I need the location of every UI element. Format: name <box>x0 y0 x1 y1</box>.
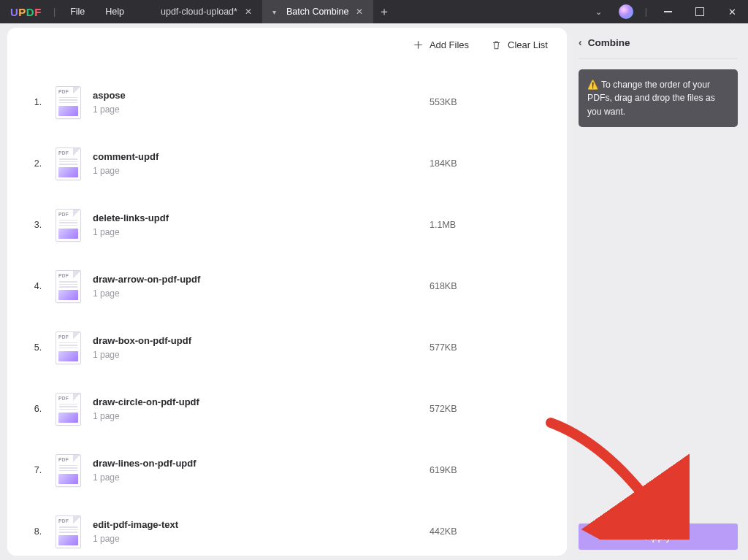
close-icon[interactable]: ✕ <box>245 7 252 16</box>
tab-updf-cloud-upload[interactable]: updf-cloud-upload* ✕ <box>150 0 262 23</box>
panel-header: ‹ Combine <box>579 37 738 48</box>
chevron-down-icon[interactable]: ▾ <box>272 8 276 16</box>
trash-icon <box>491 39 502 50</box>
file-row[interactable]: 4.PDFdraw-arrow-on-pdf-updf1 page618KB <box>20 256 554 317</box>
file-name: draw-arrow-on-pdf-updf <box>93 274 430 285</box>
clear-list-button[interactable]: Clear List <box>491 39 548 50</box>
file-name: draw-box-on-pdf-updf <box>93 335 430 346</box>
file-index: 4. <box>20 281 56 291</box>
pdf-thumbnail-icon: PDF <box>56 209 81 242</box>
file-row[interactable]: 2.PDFcomment-updf1 page184KB <box>20 133 554 194</box>
file-pages: 1 page <box>93 288 430 299</box>
file-name: aspose <box>93 90 430 101</box>
divider <box>579 58 738 59</box>
title-bar: UPDF | File Help updf-cloud-upload* ✕ ▾ … <box>0 0 748 23</box>
file-size: 553KB <box>430 97 554 107</box>
tab-label: updf-cloud-upload* <box>161 7 237 17</box>
file-pages: 1 page <box>93 472 430 483</box>
file-index: 8. <box>20 526 56 537</box>
file-meta: delete-links-updf1 page <box>93 212 430 237</box>
pdf-thumbnail-icon: PDF <box>56 147 81 180</box>
menu-file[interactable]: File <box>60 0 95 23</box>
new-tab-button[interactable]: ＋ <box>373 4 395 20</box>
file-size: 442KB <box>430 526 554 537</box>
panel-title: Combine <box>588 37 630 48</box>
pdf-thumbnail-icon: PDF <box>56 393 81 426</box>
menu-help[interactable]: Help <box>95 0 134 23</box>
file-row[interactable]: 5.PDFdraw-box-on-pdf-updf1 page577KB <box>20 317 554 378</box>
file-index: 1. <box>20 97 56 107</box>
workspace: Add Files Clear List 1.PDFaspose1 page55… <box>0 23 748 560</box>
file-meta: aspose1 page <box>93 90 430 115</box>
app-logo: UPDF <box>0 6 49 18</box>
file-meta: comment-updf1 page <box>93 151 430 176</box>
tab-strip: updf-cloud-upload* ✕ ▾ Batch Combine ✕ ＋ <box>150 0 587 23</box>
tabs-overflow-icon[interactable]: ⌄ <box>587 7 611 17</box>
file-pages: 1 page <box>93 350 430 360</box>
file-size: 1.1MB <box>430 220 554 230</box>
file-meta: edit-pdf-image-text1 page <box>93 519 430 544</box>
pdf-thumbnail-icon: PDF <box>56 515 81 548</box>
file-size: 572KB <box>430 404 554 414</box>
file-row[interactable]: 6.PDFdraw-circle-on-pdf-updf1 page572KB <box>20 378 554 440</box>
apply-button[interactable]: Apply <box>579 523 738 550</box>
file-name: comment-updf <box>93 151 430 162</box>
window-minimize-button[interactable] <box>652 0 684 23</box>
pdf-thumbnail-icon: PDF <box>56 86 81 119</box>
file-size: 577KB <box>430 342 554 353</box>
file-list: 1.PDFaspose1 page553KB2.PDFcomment-updf1… <box>20 72 554 556</box>
combine-side-panel: ‹ Combine ⚠️To change the order of your … <box>567 23 748 560</box>
clear-list-label: Clear List <box>508 39 548 50</box>
file-name: edit-pdf-image-text <box>93 519 430 530</box>
file-list-toolbar: Add Files Clear List <box>413 39 548 50</box>
plus-icon <box>413 39 424 50</box>
close-icon[interactable]: ✕ <box>356 7 363 16</box>
file-row[interactable]: 3.PDFdelete-links-updf1 page1.1MB <box>20 194 554 256</box>
tab-batch-combine[interactable]: ▾ Batch Combine ✕ <box>262 0 373 23</box>
window-controls: | <box>611 0 748 23</box>
file-row[interactable]: 7.PDFdraw-lines-on-pdf-updf1 page619KB <box>20 440 554 501</box>
file-pages: 1 page <box>93 411 430 421</box>
tab-label: Batch Combine <box>286 7 348 17</box>
file-index: 2. <box>20 158 56 169</box>
add-files-button[interactable]: Add Files <box>413 39 469 50</box>
tip-text: To change the order of your PDFs, drag a… <box>587 80 715 117</box>
file-meta: draw-box-on-pdf-updf1 page <box>93 335 430 360</box>
chevron-left-icon[interactable]: ‹ <box>579 37 582 48</box>
file-name: delete-links-updf <box>93 212 430 223</box>
file-index: 3. <box>20 220 56 230</box>
file-list-panel: Add Files Clear List 1.PDFaspose1 page55… <box>7 28 567 556</box>
pdf-thumbnail-icon: PDF <box>56 331 81 364</box>
window-maximize-button[interactable] <box>684 0 716 23</box>
file-index: 7. <box>20 465 56 475</box>
user-avatar[interactable] <box>619 4 633 19</box>
file-name: draw-circle-on-pdf-updf <box>93 396 430 407</box>
file-pages: 1 page <box>93 166 430 176</box>
file-index: 5. <box>20 342 56 353</box>
pdf-thumbnail-icon: PDF <box>56 270 81 303</box>
file-row[interactable]: 1.PDFaspose1 page553KB <box>20 72 554 133</box>
file-size: 618KB <box>430 281 554 291</box>
reorder-tip: ⚠️To change the order of your PDFs, drag… <box>579 69 738 127</box>
file-meta: draw-arrow-on-pdf-updf1 page <box>93 274 430 299</box>
divider: | <box>53 7 56 17</box>
file-name: draw-lines-on-pdf-updf <box>93 458 430 469</box>
file-size: 619KB <box>430 465 554 475</box>
file-pages: 1 page <box>93 227 430 237</box>
file-pages: 1 page <box>93 534 430 544</box>
file-pages: 1 page <box>93 104 430 115</box>
file-row[interactable]: 8.PDFedit-pdf-image-text1 page442KB <box>20 501 554 556</box>
divider: | <box>645 7 647 17</box>
file-meta: draw-lines-on-pdf-updf1 page <box>93 458 430 483</box>
warning-icon: ⚠️ <box>587 80 598 90</box>
file-size: 184KB <box>430 158 554 169</box>
pdf-thumbnail-icon: PDF <box>56 454 81 487</box>
window-close-button[interactable] <box>716 0 748 23</box>
file-index: 6. <box>20 404 56 414</box>
add-files-label: Add Files <box>430 39 469 50</box>
file-meta: draw-circle-on-pdf-updf1 page <box>93 396 430 421</box>
